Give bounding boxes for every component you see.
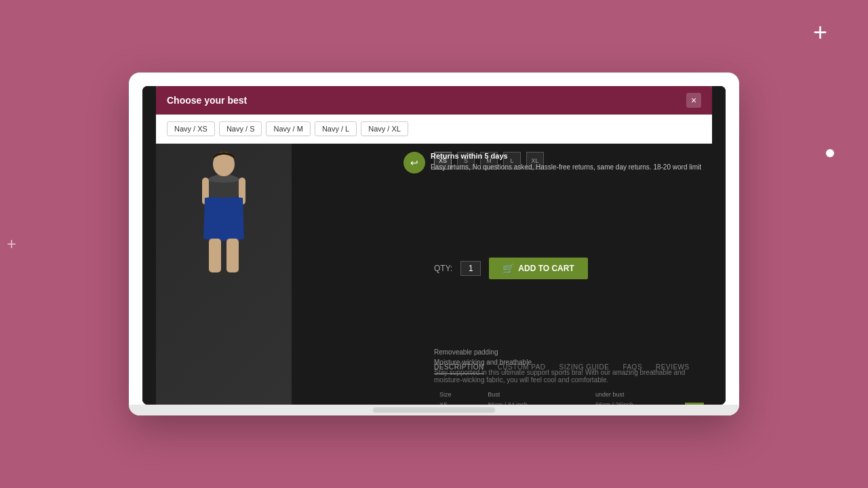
modal-close-button[interactable]: × [686, 93, 701, 108]
product-image [156, 144, 292, 405]
page-background: Choose your best × Navy / XS Navy / S Na… [142, 86, 726, 405]
qty-label: QTY: [434, 264, 452, 273]
size-table: Size Bust under bust XS 86cm / 3 [434, 389, 701, 405]
returns-circle-icon: ↩ [403, 152, 425, 174]
table-row: XS 86cm / 34 inch 66cm / 26inch [434, 400, 701, 405]
size-tab-s[interactable]: Navy / S [219, 121, 262, 136]
returns-info: Returns within 5 days Easy returns, No q… [431, 152, 701, 172]
size-tab-xs[interactable]: Navy / XS [167, 121, 215, 136]
desc-text: Stay supported in this ultimate support … [434, 369, 701, 384]
table-cell: XS [434, 400, 482, 405]
plus-icon-left: + [7, 235, 16, 253]
size-tab-m[interactable]: Navy / M [266, 121, 310, 136]
laptop-container: Choose your best × Navy / XS Navy / S Na… [129, 73, 739, 415]
page-content: Choose your best × Navy / XS Navy / S Na… [142, 86, 726, 405]
returns-description: Easy returns, No questions asked, Hassle… [431, 162, 701, 172]
product-area: XS S M L XL QTY: 1 🛒 [156, 144, 712, 405]
desc-bullet-2: Moisture-wicking and breathable [434, 359, 701, 366]
svg-rect-4 [226, 239, 239, 272]
size-tab-l[interactable]: Navy / L [315, 121, 357, 136]
size-tabs-container: Navy / XS Navy / S Navy / M Navy / L Nav… [156, 115, 712, 144]
description-content: Removeable padding Moisture-wicking and … [434, 348, 701, 405]
size-tab-xl[interactable]: Navy / XL [361, 121, 408, 136]
modal-title: Choose your best [167, 95, 247, 106]
laptop-base [129, 405, 739, 415]
laptop-screen: Choose your best × Navy / XS Navy / S Na… [142, 86, 726, 405]
modal-header: Choose your best × [156, 86, 712, 115]
size-table-header-size: Size [434, 389, 482, 400]
product-figure-svg [176, 144, 271, 279]
decorative-dot [826, 149, 834, 157]
returns-badge: ↩ Returns within 5 days Easy returns, No… [403, 152, 701, 174]
size-table-header-underbust: under bust [590, 389, 701, 400]
svg-rect-3 [209, 239, 221, 272]
size-table-header-bust: Bust [482, 389, 590, 400]
qty-row: QTY: 1 🛒 ADD TO CART [434, 258, 588, 279]
cart-icon: 🛒 [502, 263, 514, 274]
add-to-cart-label: ADD TO CART [518, 264, 574, 273]
returns-title: Returns within 5 days [431, 152, 701, 160]
table-cell: 86cm / 34 inch [482, 400, 590, 405]
qty-value[interactable]: 1 [460, 261, 481, 276]
desc-bullet-1: Removeable padding [434, 348, 701, 356]
laptop-trackpad [373, 407, 495, 413]
modal: Choose your best × Navy / XS Navy / S Na… [156, 86, 712, 405]
add-to-cart-button[interactable]: 🛒 ADD TO CART [489, 258, 587, 279]
plus-icon-top: + [813, 20, 827, 45]
scroll-top-button[interactable]: ▲ [685, 403, 704, 405]
